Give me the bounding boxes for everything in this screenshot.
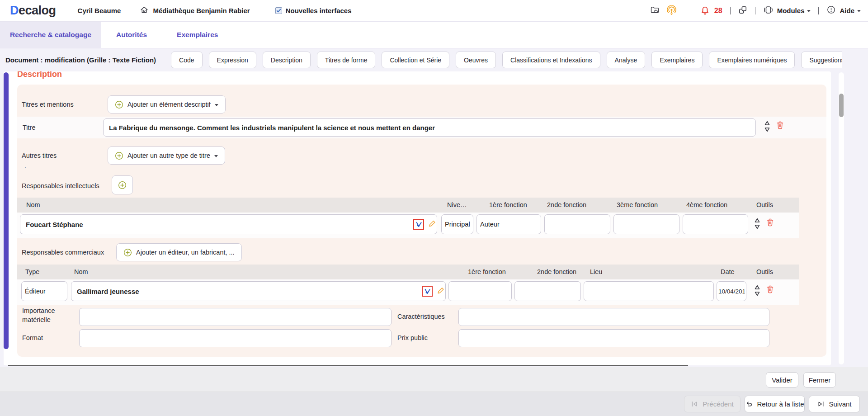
folder-cloud-icon[interactable]	[650, 5, 660, 16]
broadcast-icon[interactable]	[666, 5, 677, 16]
toolbar-button-exemplaires[interactable]: Exemplaires	[651, 52, 703, 68]
toolbar-button-expression[interactable]: Expression	[209, 52, 256, 68]
tab-recherche-catalogage[interactable]: Recherche & catalogage	[0, 22, 101, 48]
column-header-nom: Nom	[26, 198, 40, 213]
tab-exemplaires[interactable]: Exemplaires	[162, 22, 233, 48]
retour-liste-label: Retour à la liste	[757, 400, 804, 408]
tab-label: Exemplaires	[177, 31, 218, 39]
niveau-input[interactable]	[441, 214, 473, 234]
comm-fonction1-input[interactable]	[448, 281, 512, 301]
modules-menu[interactable]: Modules	[777, 7, 811, 14]
move-down-icon[interactable]	[764, 127, 770, 132]
frame-bottom-edge	[8, 365, 688, 366]
description-panel: Titres et mentions Ajouter un élément de…	[17, 85, 826, 357]
add-button-label: Ajouter un autre type de titre	[127, 152, 210, 159]
fermer-button[interactable]: Fermer	[803, 372, 836, 388]
toolbar-button-description[interactable]: Description	[263, 52, 311, 68]
header-actions: 28 Modules	[650, 5, 861, 17]
top-header-bar: Decalog Cyril Beaume Médiathèque Benjami…	[0, 0, 868, 22]
move-up-icon[interactable]	[754, 218, 760, 223]
notification-count[interactable]: 28	[714, 7, 722, 15]
titres-mentions-label: Titres et mentions	[22, 101, 74, 108]
precedent-label: Précédent	[703, 400, 733, 408]
precedent-button[interactable]: Précédent	[684, 396, 741, 412]
modules-menu-label: Modules	[777, 7, 805, 14]
fonction2-input[interactable]	[544, 214, 610, 234]
toolbar-button-code[interactable]: Code	[171, 52, 202, 68]
external-link-icon[interactable]	[738, 5, 747, 16]
move-down-icon[interactable]	[754, 224, 760, 229]
comm-fonction2-input[interactable]	[514, 281, 581, 301]
column-header-date: Date	[721, 265, 735, 279]
new-interfaces-toggle[interactable]: Nouvelles interfaces	[275, 7, 352, 14]
column-header-outils: Outils	[756, 265, 773, 279]
new-interfaces-checkbox[interactable]	[275, 7, 282, 14]
add-button-label: Ajouter un élément descriptif	[127, 101, 211, 108]
resp-comm-table-header: Type Nom 1ère fonction 2nde fonction Lie…	[17, 265, 799, 279]
column-header-outils: Outils	[756, 198, 773, 213]
suivant-button[interactable]: Suivant	[809, 396, 860, 412]
add-other-title-button[interactable]: Ajouter un autre type de titre	[108, 147, 225, 165]
authority-link-icon[interactable]	[413, 219, 424, 230]
retour-liste-button[interactable]: Retour à la liste	[745, 396, 805, 412]
toolbar-button-exemplaires-numeriques[interactable]: Exemplaires numériques	[709, 52, 795, 68]
prix-input[interactable]	[458, 329, 769, 347]
importance-input[interactable]	[79, 308, 392, 326]
caret-down-icon	[214, 155, 218, 157]
toolbar-button-suggestions[interactable]: Suggestions	[801, 52, 842, 68]
authority-link-icon[interactable]	[422, 286, 433, 297]
edit-pencil-icon[interactable]	[429, 220, 436, 229]
move-up-icon[interactable]	[754, 285, 760, 290]
navigation-footer: Précédent Retour à la liste Suivant	[0, 392, 868, 416]
help-menu[interactable]: Aide	[840, 7, 861, 14]
move-up-icon[interactable]	[764, 121, 770, 126]
valider-button[interactable]: Valider	[766, 372, 798, 388]
move-down-icon[interactable]	[754, 291, 760, 296]
plus-circle-icon	[123, 248, 132, 257]
trash-icon[interactable]	[776, 121, 784, 130]
caracteristiques-label: Caractéristiques	[397, 313, 445, 320]
caracteristiques-input[interactable]	[458, 308, 769, 326]
resp-comm-name-input[interactable]	[71, 281, 446, 301]
vertical-scrollbar-thumb[interactable]	[839, 94, 844, 117]
fonction4-input[interactable]	[683, 214, 748, 234]
add-editor-button[interactable]: Ajouter un éditeur, un fabricant, ...	[116, 243, 242, 261]
add-resp-intel-button[interactable]	[112, 175, 133, 194]
check-icon	[276, 8, 281, 13]
library-name: Médiathèque Benjamin Rabier	[153, 7, 250, 14]
resp-intel-row-tools	[754, 218, 774, 229]
date-input[interactable]	[717, 281, 746, 301]
fonction3-input[interactable]	[613, 214, 679, 234]
titre-input[interactable]	[103, 118, 756, 137]
fonction1-input[interactable]	[476, 214, 541, 234]
edit-pencil-icon[interactable]	[437, 287, 444, 296]
resp-intel-name-input[interactable]	[20, 214, 437, 234]
format-input[interactable]	[79, 329, 392, 347]
move-controls	[754, 285, 760, 296]
add-descriptive-element-button[interactable]: Ajouter un élément descriptif	[108, 95, 226, 113]
toolbar-button-titres-de-forme[interactable]: Titres de forme	[317, 52, 376, 68]
next-icon	[817, 400, 825, 408]
caret-down-icon	[215, 104, 218, 106]
previous-icon	[691, 400, 698, 408]
column-header-fonction1: 1ère fonction	[468, 265, 506, 279]
new-interfaces-label: Nouvelles interfaces	[286, 7, 352, 14]
column-header-fonction2: 2nde fonction	[547, 198, 586, 213]
toolbar-button-collection-serie[interactable]: Collection et Série	[382, 52, 449, 68]
toolbar-button-classifications[interactable]: Classifications et Indexations	[502, 52, 600, 68]
user-name: Cyril Beaume	[78, 7, 121, 14]
notification-bell-icon[interactable]	[700, 6, 710, 15]
app-logo: Decalog	[10, 4, 56, 18]
trash-icon[interactable]	[766, 285, 774, 294]
type-input[interactable]	[21, 281, 67, 301]
toolbar-button-oeuvres[interactable]: Oeuvres	[456, 52, 496, 68]
trash-icon[interactable]	[766, 218, 774, 227]
toolbar-button-analyse[interactable]: Analyse	[607, 52, 646, 68]
document-toolbar: Document : modification (Grille : Texte …	[0, 48, 842, 71]
column-header-fonction1: 1ère fonction	[489, 198, 527, 213]
tab-autorites[interactable]: Autorités	[101, 22, 162, 48]
titre-tools	[764, 121, 784, 132]
resp-comm-row-tools	[754, 285, 774, 296]
move-controls	[754, 218, 760, 229]
lieu-input[interactable]	[584, 281, 714, 301]
